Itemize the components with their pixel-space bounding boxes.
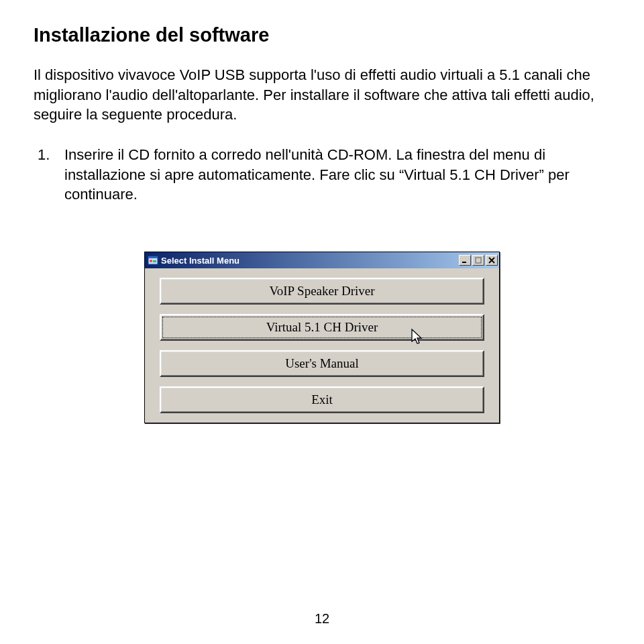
maximize-button[interactable] [472, 255, 484, 266]
step-list: 1. Inserire il CD fornito a corredo nell… [38, 145, 610, 205]
voip-speaker-driver-button[interactable]: VoIP Speaker Driver [160, 278, 484, 305]
titlebar: Select Install Menu [145, 252, 499, 268]
cursor-icon [411, 328, 424, 349]
page-title: Installazione del software [34, 24, 610, 46]
users-manual-button[interactable]: User's Manual [160, 350, 484, 377]
minimize-button[interactable] [459, 255, 471, 266]
exit-button[interactable]: Exit [160, 386, 484, 413]
step-1: 1. Inserire il CD fornito a corredo nell… [38, 145, 610, 205]
install-menu-dialog: Select Install Menu VoIP Speaker Driver … [144, 252, 500, 423]
dialog-area: Select Install Menu VoIP Speaker Driver … [34, 252, 610, 423]
close-button[interactable] [486, 255, 498, 266]
svg-rect-4 [462, 262, 466, 263]
intro-paragraph: Il dispositivo vivavoce VoIP USB support… [34, 65, 610, 125]
virtual-51-ch-driver-button[interactable]: Virtual 5.1 CH Driver [160, 314, 484, 341]
virtual-button-label: Virtual 5.1 CH Driver [266, 320, 378, 335]
svg-rect-5 [476, 258, 481, 263]
window-buttons [459, 255, 498, 266]
dialog-body: VoIP Speaker Driver Virtual 5.1 CH Drive… [145, 268, 499, 423]
svg-point-2 [150, 260, 152, 262]
app-icon [148, 255, 158, 266]
dialog-title: Select Install Menu [161, 256, 459, 266]
step-text: Inserire il CD fornito a corredo nell'un… [64, 145, 610, 205]
svg-rect-3 [153, 260, 156, 262]
svg-rect-1 [148, 256, 158, 258]
page-number: 12 [0, 611, 644, 627]
step-number: 1. [38, 145, 64, 205]
